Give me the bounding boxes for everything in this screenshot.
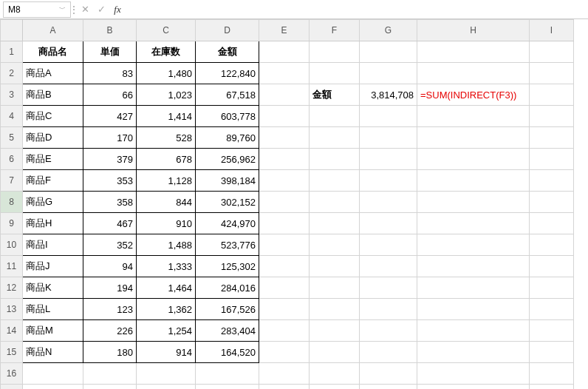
cell[interactable] bbox=[417, 363, 530, 385]
cell-amount[interactable]: 167,526 bbox=[196, 299, 259, 320]
cancel-icon[interactable]: ✕ bbox=[77, 1, 93, 18]
cell[interactable] bbox=[360, 277, 417, 299]
cell[interactable] bbox=[310, 320, 360, 342]
cell-stock[interactable]: 678 bbox=[137, 149, 196, 170]
col-header-F[interactable]: F bbox=[310, 20, 360, 41]
cell[interactable] bbox=[310, 149, 360, 170]
row-header-6[interactable]: 6 bbox=[1, 149, 23, 170]
cell[interactable] bbox=[417, 213, 530, 234]
cell-stock[interactable]: 1,414 bbox=[137, 106, 196, 127]
cell[interactable] bbox=[23, 385, 83, 390]
cell[interactable] bbox=[259, 299, 310, 320]
cell[interactable] bbox=[259, 63, 310, 84]
cell[interactable] bbox=[310, 41, 360, 63]
cell[interactable] bbox=[530, 63, 574, 84]
cell[interactable] bbox=[360, 213, 417, 234]
cell-stock[interactable]: 1,128 bbox=[137, 170, 196, 192]
cell-price[interactable]: 170 bbox=[83, 127, 137, 149]
confirm-icon[interactable]: ✓ bbox=[93, 1, 109, 18]
cell-amount[interactable]: 603,778 bbox=[196, 106, 259, 127]
cell-name[interactable]: 商品F bbox=[23, 170, 83, 192]
cell[interactable] bbox=[360, 385, 417, 390]
cell[interactable] bbox=[417, 299, 530, 320]
cell[interactable] bbox=[417, 342, 530, 363]
cell[interactable]: 3,814,708 bbox=[360, 84, 417, 106]
cell[interactable] bbox=[259, 385, 310, 390]
cell[interactable] bbox=[417, 320, 530, 342]
row-header-9[interactable]: 9 bbox=[1, 213, 23, 234]
row-header-16[interactable]: 16 bbox=[1, 363, 23, 385]
cell-amount[interactable]: 89,760 bbox=[196, 127, 259, 149]
cell-amount[interactable]: 398,184 bbox=[196, 170, 259, 192]
cell-stock[interactable]: 1,023 bbox=[137, 84, 196, 106]
cell[interactable] bbox=[360, 170, 417, 192]
cell-amount[interactable]: 284,016 bbox=[196, 277, 259, 299]
col-header-A[interactable]: A bbox=[23, 20, 83, 41]
cell[interactable] bbox=[417, 41, 530, 63]
cell-price[interactable]: 353 bbox=[83, 170, 137, 192]
cell[interactable] bbox=[360, 256, 417, 277]
cell[interactable] bbox=[360, 41, 417, 63]
cell[interactable] bbox=[259, 277, 310, 299]
cell[interactable] bbox=[417, 170, 530, 192]
row-header-17[interactable]: 17 bbox=[1, 385, 23, 390]
cell-stock[interactable]: 914 bbox=[137, 342, 196, 363]
cell[interactable] bbox=[530, 41, 574, 63]
cell[interactable] bbox=[530, 342, 574, 363]
cell-amount[interactable]: 523,776 bbox=[196, 234, 259, 256]
cell-price[interactable]: 226 bbox=[83, 320, 137, 342]
cell-stock[interactable]: 528 bbox=[137, 127, 196, 149]
cell[interactable] bbox=[310, 342, 360, 363]
row-header-1[interactable]: 1 bbox=[1, 41, 23, 63]
cell[interactable] bbox=[530, 170, 574, 192]
cell-amount[interactable]: 125,302 bbox=[196, 256, 259, 277]
chevron-down-icon[interactable]: ﹀ bbox=[56, 4, 66, 14]
cell[interactable] bbox=[310, 127, 360, 149]
cell[interactable] bbox=[259, 127, 310, 149]
cell-amount[interactable]: 302,152 bbox=[196, 192, 259, 213]
cell[interactable] bbox=[360, 149, 417, 170]
cell[interactable] bbox=[360, 192, 417, 213]
cell-stock[interactable]: 1,254 bbox=[137, 320, 196, 342]
cell[interactable] bbox=[310, 63, 360, 84]
cell-name[interactable]: 商品C bbox=[23, 106, 83, 127]
header-stock[interactable]: 在庫数 bbox=[137, 41, 196, 63]
cell[interactable] bbox=[417, 149, 530, 170]
cell-stock[interactable]: 844 bbox=[137, 192, 196, 213]
cell-price[interactable]: 427 bbox=[83, 106, 137, 127]
cell[interactable] bbox=[310, 106, 360, 127]
cell-name[interactable]: 商品L bbox=[23, 299, 83, 320]
cell[interactable] bbox=[259, 170, 310, 192]
cell[interactable] bbox=[259, 256, 310, 277]
row-header-7[interactable]: 7 bbox=[1, 170, 23, 192]
formula-input[interactable] bbox=[126, 1, 585, 18]
cell[interactable] bbox=[196, 363, 259, 385]
row-header-2[interactable]: 2 bbox=[1, 63, 23, 84]
cell[interactable] bbox=[137, 363, 196, 385]
cell[interactable] bbox=[417, 385, 530, 390]
cell-price[interactable]: 66 bbox=[83, 84, 137, 106]
col-header-I[interactable]: I bbox=[530, 20, 574, 41]
cell-name[interactable]: 商品D bbox=[23, 127, 83, 149]
cell[interactable] bbox=[196, 385, 259, 390]
cell-amount[interactable]: 283,404 bbox=[196, 320, 259, 342]
col-header-B[interactable]: B bbox=[83, 20, 137, 41]
cell[interactable] bbox=[530, 234, 574, 256]
cell-stock[interactable]: 910 bbox=[137, 213, 196, 234]
cell[interactable] bbox=[310, 299, 360, 320]
cell-name[interactable]: 商品N bbox=[23, 342, 83, 363]
cell[interactable] bbox=[259, 84, 310, 106]
cell-price[interactable]: 352 bbox=[83, 234, 137, 256]
cell-price[interactable]: 94 bbox=[83, 256, 137, 277]
cell[interactable] bbox=[417, 192, 530, 213]
name-box[interactable]: M8 ﹀ bbox=[3, 1, 71, 18]
cell[interactable] bbox=[360, 320, 417, 342]
row-header-4[interactable]: 4 bbox=[1, 106, 23, 127]
cell[interactable] bbox=[310, 234, 360, 256]
cell-name[interactable]: 商品K bbox=[23, 277, 83, 299]
cell[interactable] bbox=[417, 127, 530, 149]
cell[interactable] bbox=[259, 363, 310, 385]
cell[interactable] bbox=[530, 127, 574, 149]
col-header-G[interactable]: G bbox=[360, 20, 417, 41]
cell-price[interactable]: 83 bbox=[83, 63, 137, 84]
